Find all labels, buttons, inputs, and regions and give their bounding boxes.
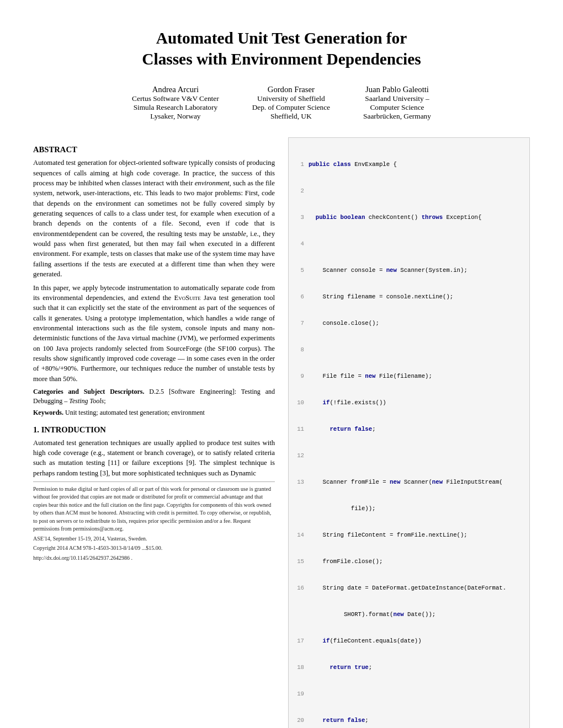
code-line-15: 15 fromFile.close(); [294, 557, 524, 566]
author-affil-2c: Sheffield, UK [252, 112, 330, 121]
author-affil-2b: Dep. of Computer Science [252, 103, 330, 112]
author-affil-2a: University of Sheffield [252, 94, 330, 103]
code-figure: 1public class EnvExample { 2 3 public bo… [288, 137, 530, 728]
footnote-2: ASE'14, September 15-19, 2014, Vasteras,… [33, 535, 275, 543]
author-name-3: Juan Pablo Galeotti [363, 85, 431, 94]
author-affil-1a: Certus Software V&V Center [132, 94, 219, 103]
abstract-paragraph-1: Automated test generation for object-ori… [33, 158, 275, 279]
authors-section: Andrea Arcuri Certus Software V&V Center… [33, 85, 530, 121]
author-affil-3c: Saarbrücken, Germany [363, 112, 431, 121]
footnote-4: http://dx.doi.org/10.1145/2642937.264298… [33, 554, 275, 563]
author-block-2: Gordon Fraser University of Sheffield De… [252, 85, 330, 121]
keywords-text: Keywords. Unit testing; automated test g… [33, 408, 275, 417]
footnote-3: Copyright 2014 ACM 978-1-4503-3013-8/14/… [33, 544, 275, 553]
code-line-9: 9 File file = new File(filename); [294, 372, 524, 381]
author-block-3: Juan Pablo Galeotti Saarland University … [363, 85, 431, 121]
code-line-6: 6 String filename = console.nextLine(); [294, 292, 524, 301]
code-line-14: 14 String fileContent = fromFile.nextLin… [294, 531, 524, 539]
author-name-2: Gordon Fraser [252, 85, 330, 94]
right-column: 1public class EnvExample { 2 3 public bo… [288, 137, 530, 728]
author-affil-1c: Lysaker, Norway [132, 112, 219, 121]
code-line-13a: 13 Scanner fromFile = new Scanner(new Fi… [294, 478, 524, 486]
abstract-heading: ABSTRACT [33, 145, 275, 154]
code-line-2: 2 [294, 186, 524, 195]
author-name-1: Andrea Arcuri [132, 85, 219, 94]
intro-paragraph-1: Automated test generation techniques are… [33, 438, 275, 478]
code-line-7: 7 console.close(); [294, 319, 524, 328]
two-column-layout: ABSTRACT Automated test generation for o… [33, 137, 530, 728]
author-block-1: Andrea Arcuri Certus Software V&V Center… [132, 85, 219, 121]
code-line-16a: 16 String date = DateFormat.getDateInsta… [294, 584, 524, 592]
code-line-3: 3 public boolean checkContent() throws E… [294, 213, 524, 222]
footnote-section: Permission to make digital or hard copie… [33, 481, 275, 563]
author-affil-3a: Saarland University – [363, 94, 431, 103]
code-line-20: 20 return false; [294, 716, 524, 725]
categories-text: Categories and Subject Descriptors. D.2.… [33, 387, 275, 406]
page-title: Automated Unit Test Generation forClasse… [33, 28, 530, 69]
code-line-1: 1public class EnvExample { [294, 160, 524, 169]
footnote-1: Permission to make digital or hard copie… [33, 485, 275, 533]
code-line-13b: file)); [294, 504, 524, 513]
code-line-5: 5 Scanner console = new Scanner(System.i… [294, 266, 524, 275]
abstract-paragraph-2: In this paper, we apply bytecode instrum… [33, 283, 275, 384]
code-line-4: 4 [294, 239, 524, 248]
author-affil-3b: Computer Science [363, 103, 431, 112]
code-line-16b: SHORT).format(new Date()); [294, 610, 524, 619]
author-affil-1b: Simula Research Laboratory [132, 103, 219, 112]
left-column: ABSTRACT Automated test generation for o… [33, 137, 275, 728]
code-line-11: 11 return false; [294, 425, 524, 433]
code-line-8: 8 [294, 345, 524, 354]
code-line-12: 12 [294, 451, 524, 460]
code-line-18: 18 return true; [294, 663, 524, 672]
intro-heading: 1. INTRODUCTION [33, 425, 275, 435]
code-line-10: 10 if(!file.exists()) [294, 398, 524, 407]
code-line-19: 19 [294, 689, 524, 698]
code-line-17: 17 if(fileContent.equals(date)) [294, 636, 524, 645]
